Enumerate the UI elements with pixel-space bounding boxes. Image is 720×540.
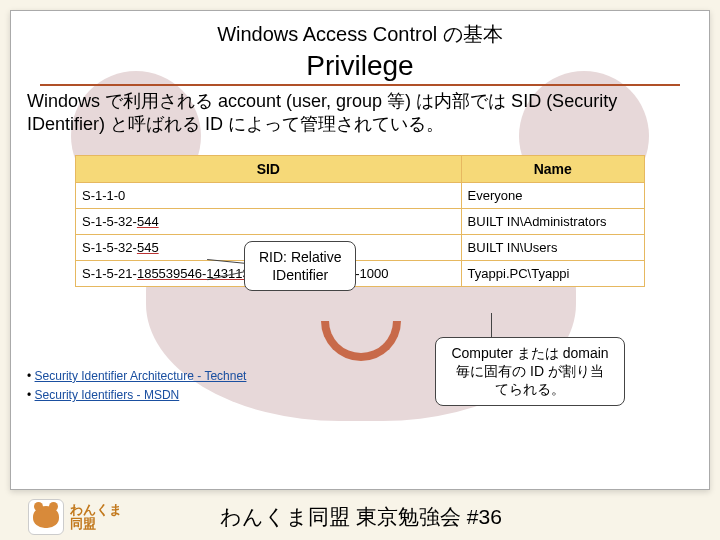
cell-sid: S-1-5-32-544 (76, 208, 462, 234)
logo-icon (28, 499, 64, 535)
footer-title: わんくま同盟 東京勉強会 #36 (122, 503, 720, 531)
callout-computer-id: Computer または domain 毎に固有の ID が割り当てられる。 (435, 337, 625, 406)
rid-value: 545 (137, 240, 159, 255)
sid-table: SID Name S-1-1-0 Everyone S-1-5-32-544 B… (75, 155, 645, 287)
ref-link-msdn[interactable]: Security Identifiers - MSDN (35, 388, 180, 402)
th-sid: SID (76, 155, 462, 182)
table-row: S-1-5-32-544 BUILT IN\Administrators (76, 208, 645, 234)
logo-bear-head (33, 506, 59, 528)
cell-name: BUILT IN\Users (461, 234, 644, 260)
cell-sid: S-1-1-0 (76, 182, 462, 208)
ref-link-technet[interactable]: Security Identifier Architecture - Techn… (35, 369, 247, 383)
table-header-row: SID Name (76, 155, 645, 182)
footer-bar: わんくま 同盟 わんくま同盟 東京勉強会 #36 (0, 494, 720, 540)
table-row: S-1-5-21-185539546-1431137498-1249753232… (76, 260, 645, 286)
cell-name: BUILT IN\Administrators (461, 208, 644, 234)
slide-description: Windows で利用される account (user, group 等) は… (19, 90, 701, 137)
slide-card: Windows Access Control の基本 Privilege Win… (10, 10, 710, 490)
cell-name: Everyone (461, 182, 644, 208)
logo-text: わんくま 同盟 (70, 503, 122, 532)
table-row: S-1-5-32-545 BUILT IN\Users (76, 234, 645, 260)
slide-heading-2: Privilege (19, 50, 701, 82)
th-name: Name (461, 155, 644, 182)
slide-heading-1: Windows Access Control の基本 (19, 21, 701, 48)
callout-rid: RID: Relative IDentifier (244, 241, 356, 291)
heading-underline (40, 84, 680, 86)
rid-value: 544 (137, 214, 159, 229)
table-row: S-1-1-0 Everyone (76, 182, 645, 208)
cell-name: Tyappi.PC\Tyappi (461, 260, 644, 286)
